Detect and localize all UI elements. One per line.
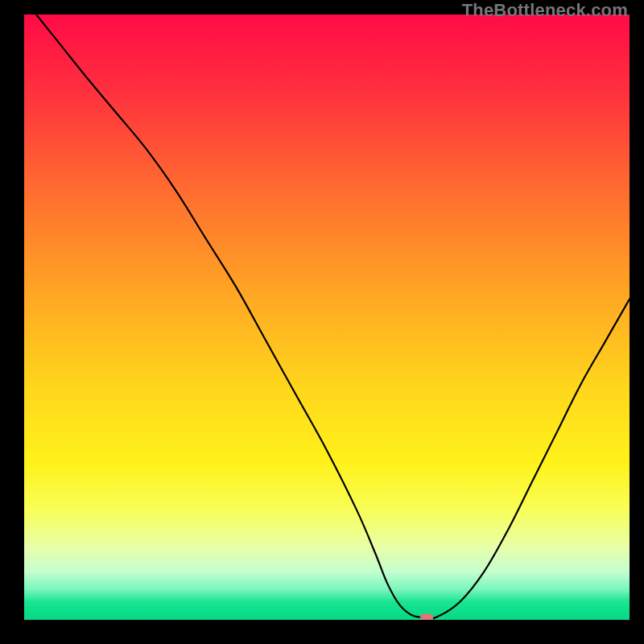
plot-area: [24, 14, 630, 620]
watermark-text: TheBottleneck.com: [462, 0, 628, 21]
bottleneck-curve: [36, 14, 630, 619]
optimum-marker: [420, 613, 433, 620]
chart-svg: [24, 14, 630, 620]
chart-frame: { "watermark": "TheBottleneck.com", "cha…: [0, 0, 644, 644]
